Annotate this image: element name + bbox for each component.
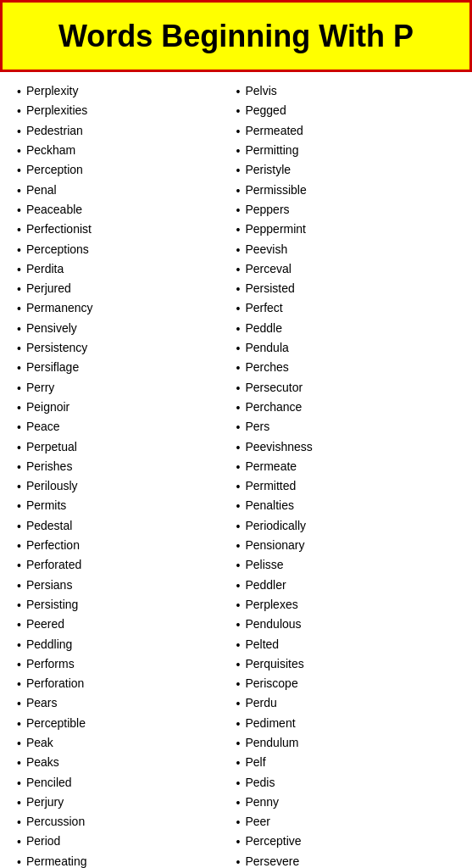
bullet-icon: • [236, 715, 241, 732]
bullet-icon: • [17, 518, 21, 535]
word-text: Permits [26, 497, 66, 514]
word-text: Persistency [26, 339, 87, 356]
list-item: •Period [17, 832, 236, 850]
list-item: •Perforated [17, 556, 236, 574]
list-item: •Permeate [236, 458, 456, 476]
bullet-icon: • [236, 123, 241, 140]
bullet-icon: • [17, 754, 21, 771]
list-item: •Peppers [236, 201, 456, 219]
list-item: •Pelvis [236, 82, 456, 100]
bullet-icon: • [17, 202, 21, 219]
word-text: Peered [26, 615, 64, 632]
word-text: Perforated [26, 556, 81, 573]
word-text: Penciled [26, 774, 72, 791]
bullet-icon: • [236, 281, 241, 298]
bullet-icon: • [236, 597, 241, 614]
word-text: Perjured [26, 280, 71, 297]
list-item: •Persevere [236, 853, 456, 868]
list-item: •Periscope [236, 675, 456, 693]
word-text: Pears [26, 694, 58, 711]
word-text: Permissible [245, 181, 306, 198]
word-text: Perfect [245, 299, 282, 316]
bullet-icon: • [236, 419, 241, 436]
list-item: •Persistency [17, 339, 236, 357]
word-text: Permeate [245, 458, 297, 475]
word-text: Perplexities [26, 102, 87, 119]
bullet-icon: • [236, 498, 241, 515]
list-item: •Perjured [17, 280, 236, 298]
bullet-icon: • [236, 359, 241, 376]
word-text: Perfectionist [26, 220, 92, 237]
bullet-icon: • [236, 478, 241, 495]
bullet-icon: • [236, 537, 241, 554]
bullet-icon: • [17, 359, 21, 376]
word-text: Permanency [26, 299, 93, 316]
word-text: Persecutor [245, 379, 303, 396]
word-text: Perches [245, 359, 288, 376]
list-item: •Peddling [17, 636, 236, 654]
bullet-icon: • [17, 537, 21, 554]
word-text: Penal [26, 181, 57, 198]
word-text: Peace [26, 418, 60, 435]
word-text: Pegged [245, 102, 286, 119]
right-column: •Pelvis•Pegged•Permeated•Permitting•Peri… [236, 82, 456, 868]
list-item: •Peppermint [236, 220, 456, 238]
word-text: Pensionary [245, 537, 304, 554]
word-text: Perceptions [26, 241, 89, 258]
word-text: Perdita [26, 260, 64, 277]
word-text: Permeated [245, 122, 303, 139]
bullet-icon: • [17, 439, 21, 456]
word-text: Perceptible [26, 715, 86, 732]
bullet-icon: • [17, 775, 21, 792]
bullet-icon: • [236, 83, 241, 100]
word-text: Pediment [245, 715, 295, 732]
bullet-icon: • [17, 577, 21, 594]
bullet-icon: • [17, 419, 21, 436]
header: Words Beginning With P [0, 0, 472, 72]
word-text: Pelf [245, 754, 265, 771]
bullet-icon: • [236, 676, 241, 693]
word-text: Persisted [245, 280, 294, 297]
list-item: •Peddler [236, 576, 456, 594]
bullet-icon: • [236, 577, 241, 594]
list-item: •Pedestrian [17, 122, 236, 140]
list-item: •Peered [17, 615, 236, 633]
bullet-icon: • [236, 794, 241, 811]
bullet-icon: • [236, 735, 241, 752]
bullet-icon: • [17, 854, 21, 868]
list-item: •Pears [17, 694, 236, 712]
bullet-icon: • [236, 320, 241, 337]
list-item: •Perdita [17, 260, 236, 278]
list-item: •Permeated [236, 122, 456, 140]
list-item: •Perceptions [17, 241, 236, 259]
bullet-icon: • [17, 261, 21, 278]
bullet-icon: • [236, 162, 241, 179]
bullet-icon: • [17, 498, 21, 515]
word-text: Perceptive [245, 832, 301, 849]
list-item: •Perishes [17, 458, 236, 476]
word-text: Peddling [26, 636, 73, 653]
list-item: •Peace [17, 418, 236, 436]
list-item: •Permanency [17, 299, 236, 317]
list-item: •Peristyle [236, 161, 456, 179]
list-item: •Perplexity [17, 82, 236, 100]
word-text: Peak [26, 734, 53, 751]
list-item: •Peddle [236, 320, 456, 337]
bullet-icon: • [17, 478, 21, 495]
word-text: Perchance [245, 398, 302, 415]
bullet-icon: • [236, 221, 241, 238]
bullet-icon: • [236, 439, 241, 456]
bullet-icon: • [17, 300, 21, 317]
word-text: Peristyle [245, 161, 291, 178]
list-item: •Pelf [236, 754, 456, 771]
word-text: Pendulum [245, 734, 298, 751]
list-item: •Peevishness [236, 438, 456, 456]
bullet-icon: • [17, 83, 21, 100]
word-text: Perforation [26, 675, 84, 692]
list-item: •Persecutor [236, 379, 456, 397]
word-text: Perquisites [245, 655, 303, 672]
list-item: •Perpetual [17, 438, 236, 456]
list-item: •Pedestal [17, 517, 236, 535]
bullet-icon: • [17, 833, 21, 850]
word-text: Peevishness [245, 438, 312, 455]
